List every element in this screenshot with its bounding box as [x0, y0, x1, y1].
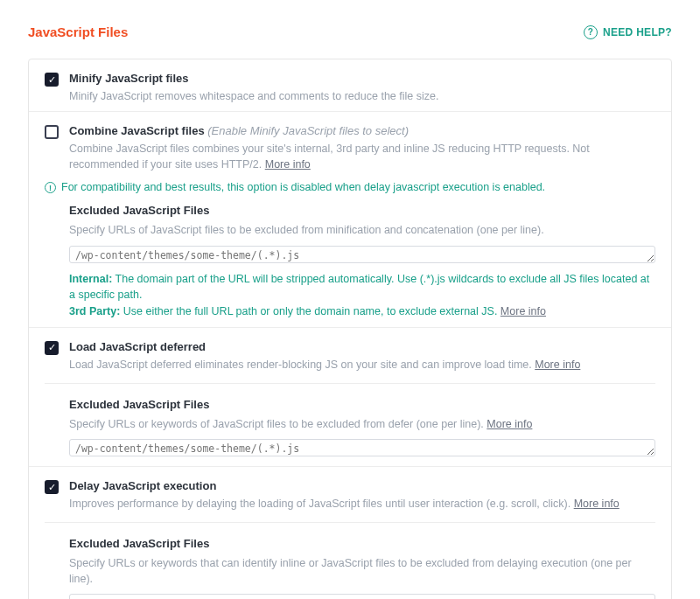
help-icon: ?	[584, 25, 598, 39]
combine-title: Combine JavaScript files (Enable Minify …	[69, 124, 655, 137]
combine-excluded-desc: Specify URLs of JavaScript files to be e…	[69, 222, 655, 238]
defer-more-info-link[interactable]: More info	[535, 359, 580, 371]
minify-checkbox[interactable]: ✓	[45, 73, 59, 87]
defer-description: Load JavaScript deferred eliminates rend…	[69, 357, 655, 373]
need-help-link[interactable]: ? NEED HELP?	[584, 25, 672, 39]
combine-excluded-textarea[interactable]	[69, 246, 655, 263]
delay-excluded-desc: Specify URLs or keywords that can identi…	[69, 555, 655, 587]
defer-checkbox[interactable]: ✓	[45, 341, 59, 355]
delay-description: Improves performance by delaying the loa…	[69, 496, 655, 512]
defer-title: Load JavaScript deferred	[69, 340, 655, 353]
combine-checkbox[interactable]	[45, 125, 59, 139]
combine-disabled-note: (Enable Minify JavaScript files to selec…	[207, 124, 409, 137]
combine-excluded-hint: Internal: The domain part of the URL wil…	[69, 271, 655, 320]
minify-description: Minify JavaScript removes whitespace and…	[69, 88, 655, 104]
combine-description: Combine JavaScript files combines your s…	[69, 141, 655, 172]
defer-excluded-textarea[interactable]	[69, 439, 655, 456]
minify-title: Minify JavaScript files	[69, 72, 655, 85]
delay-checkbox[interactable]: ✓	[45, 480, 59, 494]
combine-excluded-title: Excluded JavaScript Files	[69, 204, 655, 217]
combine-hint-more-info-link[interactable]: More info	[500, 305, 546, 317]
page-title: JavaScript Files	[28, 24, 128, 39]
combine-more-info-link[interactable]: More info	[265, 158, 311, 171]
defer-excluded-more-info-link[interactable]: More info	[486, 418, 532, 430]
delay-excluded-textarea[interactable]	[69, 594, 655, 599]
info-icon: !	[45, 182, 56, 193]
delay-more-info-link[interactable]: More info	[574, 498, 620, 510]
defer-excluded-title: Excluded JavaScript Files	[69, 398, 655, 411]
need-help-label: NEED HELP?	[603, 26, 672, 38]
delay-title: Delay JavaScript execution	[69, 479, 655, 492]
delay-excluded-title: Excluded JavaScript Files	[69, 537, 655, 550]
defer-excluded-desc: Specify URLs or keywords of JavaScript f…	[69, 416, 655, 432]
settings-panel: ✓ Minify JavaScript files Minify JavaScr…	[28, 59, 672, 599]
combine-info-bar: ! For compatibility and best results, th…	[45, 181, 655, 193]
